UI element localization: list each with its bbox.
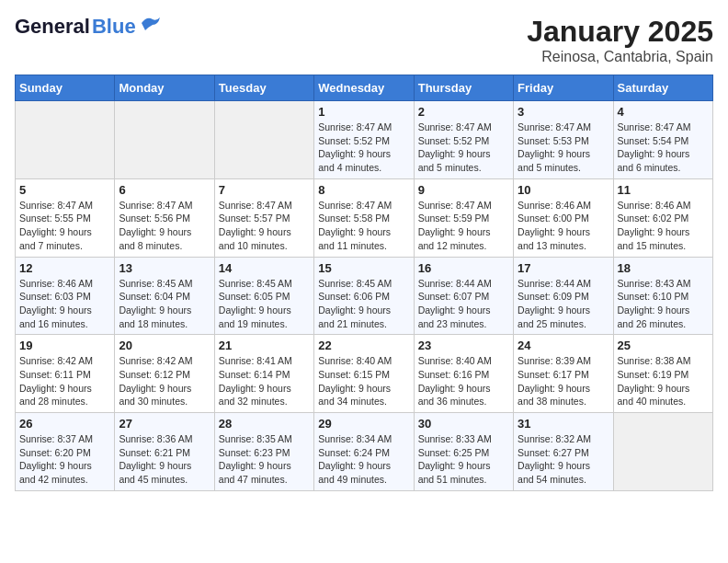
weekday-header: Wednesday	[314, 75, 414, 101]
calendar-cell: 24Sunrise: 8:39 AM Sunset: 6:17 PM Dayli…	[514, 335, 613, 413]
weekday-header: Sunday	[16, 75, 115, 101]
day-number: 13	[119, 261, 210, 275]
day-info: Sunrise: 8:35 AM Sunset: 6:23 PM Dayligh…	[219, 432, 310, 487]
day-info: Sunrise: 8:47 AM Sunset: 5:52 PM Dayligh…	[418, 121, 509, 175]
calendar-week-row: 19Sunrise: 8:42 AM Sunset: 6:11 PM Dayli…	[16, 335, 713, 413]
calendar-cell: 11Sunrise: 8:46 AM Sunset: 6:02 PM Dayli…	[613, 178, 712, 257]
calendar-cell: 28Sunrise: 8:35 AM Sunset: 6:23 PM Dayli…	[214, 413, 313, 491]
day-info: Sunrise: 8:47 AM Sunset: 5:59 PM Dayligh…	[418, 199, 509, 253]
calendar-cell: 1Sunrise: 8:47 AM Sunset: 5:52 PM Daylig…	[314, 101, 414, 179]
day-info: Sunrise: 8:46 AM Sunset: 6:02 PM Dayligh…	[618, 199, 709, 253]
calendar-cell: 9Sunrise: 8:47 AM Sunset: 5:59 PM Daylig…	[414, 178, 513, 257]
calendar-cell: 17Sunrise: 8:44 AM Sunset: 6:09 PM Dayli…	[514, 257, 613, 335]
day-number: 26	[19, 417, 110, 431]
day-info: Sunrise: 8:47 AM Sunset: 5:54 PM Dayligh…	[618, 121, 709, 175]
weekday-header: Saturday	[613, 75, 712, 101]
weekday-header: Thursday	[414, 75, 513, 101]
calendar-week-row: 12Sunrise: 8:46 AM Sunset: 6:03 PM Dayli…	[16, 257, 713, 335]
calendar-cell: 27Sunrise: 8:36 AM Sunset: 6:21 PM Dayli…	[115, 413, 214, 491]
calendar-week-row: 5Sunrise: 8:47 AM Sunset: 5:55 PM Daylig…	[16, 178, 713, 257]
day-info: Sunrise: 8:47 AM Sunset: 5:55 PM Dayligh…	[19, 199, 110, 253]
day-number: 24	[518, 339, 609, 352]
calendar-cell: 8Sunrise: 8:47 AM Sunset: 5:58 PM Daylig…	[314, 178, 414, 257]
calendar-cell: 14Sunrise: 8:45 AM Sunset: 6:05 PM Dayli…	[214, 257, 313, 335]
day-info: Sunrise: 8:46 AM Sunset: 6:00 PM Dayligh…	[518, 199, 609, 253]
day-info: Sunrise: 8:34 AM Sunset: 6:24 PM Dayligh…	[318, 432, 409, 487]
day-info: Sunrise: 8:42 AM Sunset: 6:11 PM Dayligh…	[19, 354, 110, 408]
calendar-cell: 3Sunrise: 8:47 AM Sunset: 5:53 PM Daylig…	[514, 101, 613, 179]
calendar-cell: 5Sunrise: 8:47 AM Sunset: 5:55 PM Daylig…	[16, 178, 115, 257]
calendar-cell: 6Sunrise: 8:47 AM Sunset: 5:56 PM Daylig…	[115, 178, 214, 257]
day-info: Sunrise: 8:43 AM Sunset: 6:10 PM Dayligh…	[618, 277, 709, 331]
calendar-cell: 2Sunrise: 8:47 AM Sunset: 5:52 PM Daylig…	[414, 101, 513, 179]
day-number: 28	[219, 417, 310, 431]
day-info: Sunrise: 8:37 AM Sunset: 6:20 PM Dayligh…	[19, 432, 110, 487]
day-info: Sunrise: 8:44 AM Sunset: 6:09 PM Dayligh…	[518, 277, 609, 331]
weekday-row: SundayMondayTuesdayWednesdayThursdayFrid…	[16, 75, 713, 101]
calendar-header: SundayMondayTuesdayWednesdayThursdayFrid…	[16, 75, 713, 101]
day-number: 2	[418, 105, 509, 119]
page-header: GeneralBlue January 2025 Reinosa, Cantab…	[15, 15, 713, 65]
day-info: Sunrise: 8:40 AM Sunset: 6:15 PM Dayligh…	[318, 354, 409, 408]
day-number: 18	[618, 261, 709, 275]
day-info: Sunrise: 8:45 AM Sunset: 6:04 PM Dayligh…	[119, 277, 210, 331]
calendar-cell: 30Sunrise: 8:33 AM Sunset: 6:25 PM Dayli…	[414, 413, 513, 491]
calendar-cell	[214, 101, 313, 179]
day-info: Sunrise: 8:38 AM Sunset: 6:19 PM Dayligh…	[618, 354, 709, 408]
calendar-cell: 22Sunrise: 8:40 AM Sunset: 6:15 PM Dayli…	[314, 335, 414, 413]
day-number: 3	[518, 105, 609, 119]
day-number: 10	[518, 183, 609, 197]
day-number: 19	[19, 339, 110, 352]
day-info: Sunrise: 8:44 AM Sunset: 6:07 PM Dayligh…	[418, 277, 509, 331]
day-number: 16	[418, 261, 509, 275]
calendar-week-row: 1Sunrise: 8:47 AM Sunset: 5:52 PM Daylig…	[16, 101, 713, 179]
day-number: 15	[318, 261, 409, 275]
calendar-cell: 21Sunrise: 8:41 AM Sunset: 6:14 PM Dayli…	[214, 335, 313, 413]
day-number: 1	[318, 105, 409, 119]
day-number: 27	[119, 417, 210, 431]
day-info: Sunrise: 8:47 AM Sunset: 5:53 PM Dayligh…	[518, 121, 609, 175]
calendar-cell: 20Sunrise: 8:42 AM Sunset: 6:12 PM Dayli…	[115, 335, 214, 413]
day-info: Sunrise: 8:39 AM Sunset: 6:17 PM Dayligh…	[518, 354, 609, 408]
day-number: 14	[219, 261, 310, 275]
calendar-cell: 7Sunrise: 8:47 AM Sunset: 5:57 PM Daylig…	[214, 178, 313, 257]
day-info: Sunrise: 8:46 AM Sunset: 6:03 PM Dayligh…	[19, 277, 110, 331]
page-subtitle: Reinosa, Cantabria, Spain	[527, 49, 713, 65]
day-info: Sunrise: 8:41 AM Sunset: 6:14 PM Dayligh…	[219, 354, 310, 408]
weekday-header: Friday	[514, 75, 613, 101]
calendar-cell: 23Sunrise: 8:40 AM Sunset: 6:16 PM Dayli…	[414, 335, 513, 413]
calendar-cell: 10Sunrise: 8:46 AM Sunset: 6:00 PM Dayli…	[514, 178, 613, 257]
day-info: Sunrise: 8:32 AM Sunset: 6:27 PM Dayligh…	[518, 432, 609, 487]
calendar-cell: 18Sunrise: 8:43 AM Sunset: 6:10 PM Dayli…	[613, 257, 712, 335]
logo-blue: Blue	[92, 15, 136, 39]
calendar-cell: 12Sunrise: 8:46 AM Sunset: 6:03 PM Dayli…	[16, 257, 115, 335]
logo: GeneralBlue	[15, 15, 160, 39]
calendar-cell: 16Sunrise: 8:44 AM Sunset: 6:07 PM Dayli…	[414, 257, 513, 335]
day-info: Sunrise: 8:47 AM Sunset: 5:58 PM Dayligh…	[318, 199, 409, 253]
day-number: 23	[418, 339, 509, 352]
calendar-cell: 25Sunrise: 8:38 AM Sunset: 6:19 PM Dayli…	[613, 335, 712, 413]
day-info: Sunrise: 8:45 AM Sunset: 6:05 PM Dayligh…	[219, 277, 310, 331]
day-number: 4	[618, 105, 709, 119]
calendar-cell: 31Sunrise: 8:32 AM Sunset: 6:27 PM Dayli…	[514, 413, 613, 491]
day-number: 8	[318, 183, 409, 197]
day-number: 29	[318, 417, 409, 431]
calendar-cell: 4Sunrise: 8:47 AM Sunset: 5:54 PM Daylig…	[613, 101, 712, 179]
page-title: January 2025	[527, 15, 713, 49]
logo-general: General	[15, 15, 90, 39]
day-info: Sunrise: 8:47 AM Sunset: 5:52 PM Dayligh…	[318, 121, 409, 175]
day-info: Sunrise: 8:47 AM Sunset: 5:56 PM Dayligh…	[119, 199, 210, 253]
calendar-body: 1Sunrise: 8:47 AM Sunset: 5:52 PM Daylig…	[16, 101, 713, 491]
day-number: 12	[19, 261, 110, 275]
day-number: 6	[119, 183, 210, 197]
calendar-cell: 29Sunrise: 8:34 AM Sunset: 6:24 PM Dayli…	[314, 413, 414, 491]
title-block: January 2025 Reinosa, Cantabria, Spain	[527, 15, 713, 65]
day-info: Sunrise: 8:42 AM Sunset: 6:12 PM Dayligh…	[119, 354, 210, 408]
logo-bird-icon	[140, 16, 160, 30]
day-info: Sunrise: 8:36 AM Sunset: 6:21 PM Dayligh…	[119, 432, 210, 487]
day-number: 7	[219, 183, 310, 197]
day-number: 17	[518, 261, 609, 275]
calendar-week-row: 26Sunrise: 8:37 AM Sunset: 6:20 PM Dayli…	[16, 413, 713, 491]
day-number: 11	[618, 183, 709, 197]
day-number: 30	[418, 417, 509, 431]
